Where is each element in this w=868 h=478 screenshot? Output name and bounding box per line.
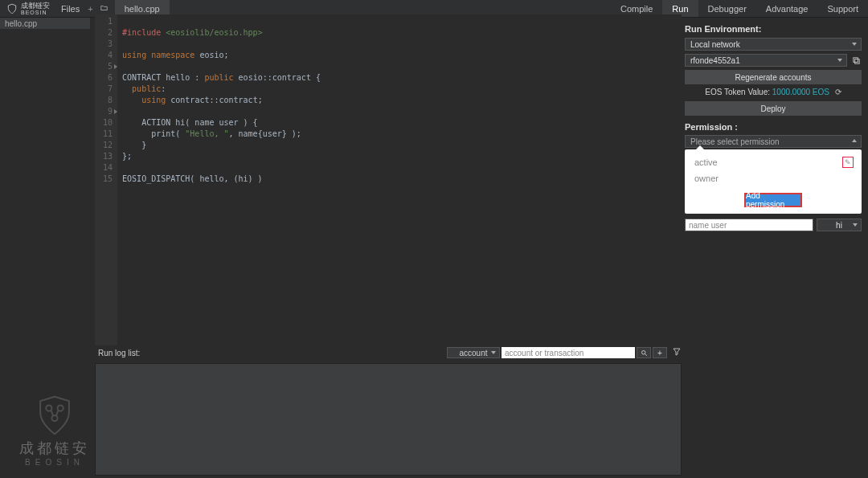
account-select[interactable]: rfonde4552a1 [685,54,847,67]
network-label: Local network [690,40,740,49]
token-label: EOS Token Value: [705,88,770,96]
shield-icon [36,395,73,435]
account-label: rfonde4552a1 [690,56,740,65]
copy-icon[interactable] [850,54,862,67]
svg-point-4 [46,406,51,411]
brand-logo: 成都链安 BEOSIN [0,2,56,15]
runlog-search-placeholder: account or transaction [505,349,583,357]
files-label[interactable]: Files [56,4,84,14]
network-select[interactable]: Local network [685,38,862,51]
menu-debugger[interactable]: Debugger [698,0,756,17]
permission-dropdown: active ✎ owner Add permission [685,149,862,214]
add-log-button[interactable]: + [653,347,667,358]
add-permission-label: Add permission [746,191,800,209]
permission-select[interactable]: Please select permission [685,135,862,148]
permission-title: Permission : [685,122,862,132]
code-content[interactable]: #include <eosiolib/eosio.hpp> using name… [117,14,326,345]
menu-support[interactable]: Support [817,0,868,17]
left-file-item[interactable]: hello.cpp [0,18,90,29]
regenerate-button[interactable]: Regenerate accounts [685,70,862,84]
perm-option-owner[interactable]: owner [685,170,862,186]
runlog-account-select[interactable]: account [447,347,500,358]
name-user-placeholder: name user [689,221,727,230]
token-value-row: EOS Token Value: 1000.0000 EOS ⟳ [685,88,862,96]
svg-line-7 [51,411,54,416]
left-file-label: hello.cpp [5,19,37,28]
svg-line-3 [645,353,646,355]
action-select[interactable]: hi [817,219,862,231]
folder-icon[interactable] [96,4,112,14]
menu-advantage[interactable]: Advantage [756,0,818,17]
action-label: hi [836,221,842,230]
svg-point-5 [58,406,63,411]
watermark-en: BEOSIN [19,458,90,467]
refresh-icon[interactable]: ⟳ [835,88,841,96]
search-icon[interactable] [637,347,651,358]
plus-icon[interactable]: + [84,4,96,14]
name-user-input[interactable]: name user [685,219,813,231]
run-log-title: Run log list: [95,349,140,357]
deploy-label: Deploy [760,104,785,113]
shield-icon [6,3,18,14]
watermark: 成都链安 BEOSIN [19,395,90,467]
watermark-cn: 成都链安 [19,439,90,458]
token-amount: 1000.0000 EOS [772,88,829,96]
svg-point-2 [641,350,645,354]
code-editor[interactable]: 1234 5678 9101112 131415 #include <eosio… [95,14,682,345]
permission-placeholder: Please select permission [690,137,780,146]
svg-rect-1 [853,57,858,62]
run-log-body [95,363,682,476]
regenerate-label: Regenerate accounts [735,73,811,82]
add-permission-button[interactable]: Add permission [744,193,802,207]
brand-en: BEOSIN [21,10,50,15]
svg-point-6 [51,415,57,421]
runlog-search-input[interactable]: account or transaction [502,347,635,358]
editor-tab-label: hello.cpp [125,4,160,14]
edit-icon[interactable]: ✎ [842,157,854,168]
run-env-title: Run Environment: [685,24,862,34]
filter-icon[interactable] [672,347,682,358]
svg-rect-0 [854,59,859,63]
runlog-account-label: account [459,349,487,357]
perm-option-active[interactable]: active ✎ [685,154,862,170]
deploy-button[interactable]: Deploy [685,101,862,116]
brand-cn: 成都链安 [21,2,50,10]
line-gutter: 1234 5678 9101112 131415 [95,14,117,345]
svg-line-8 [56,411,59,416]
